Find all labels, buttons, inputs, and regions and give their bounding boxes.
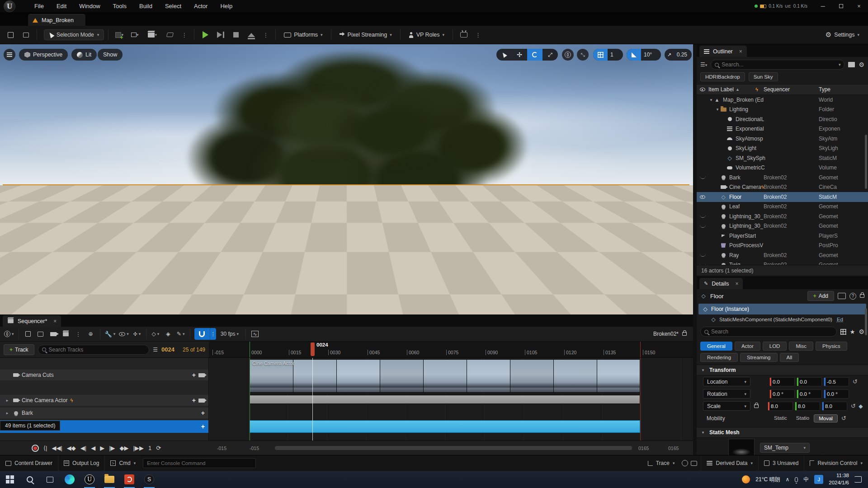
track-camera-button[interactable] — [198, 373, 205, 377]
console-command-input[interactable]: Enter Console Command — [143, 458, 256, 468]
surface-snapping-button[interactable]: ⤡ — [577, 49, 589, 61]
visibility-toggle[interactable] — [697, 195, 708, 199]
cmd-dropdown[interactable]: ≻ Cmd▾ — [105, 455, 141, 471]
outliner-tab[interactable]: Outliner × — [699, 46, 747, 57]
mobility-option-statio[interactable]: Statio — [792, 414, 814, 422]
step-forward-button[interactable]: |▶ — [109, 445, 115, 451]
show-dropdown[interactable]: Show — [98, 49, 123, 61]
rotation-x-field[interactable]: 0.0 ° — [769, 389, 795, 399]
snapping-options-kebab[interactable]: ⋮ — [210, 328, 216, 340]
add-component-button[interactable]: +Add — [807, 291, 834, 301]
capture-overflow-kebab[interactable]: ⋮ — [472, 32, 484, 38]
create-camera-button[interactable] — [47, 328, 59, 340]
s-app-icon[interactable]: S — [139, 471, 159, 488]
component-row[interactable]: ◇ StaticMeshComponent (StaticMeshCompone… — [697, 314, 868, 324]
set-start-button[interactable]: ⟨| — [43, 445, 47, 451]
scale-y-field[interactable]: 8.0 — [795, 402, 820, 411]
instance-row[interactable]: ◇ Floor (Instance) — [698, 304, 866, 314]
world-local-toggle[interactable] — [562, 49, 574, 61]
rotation-z-field[interactable]: 0.0 ° — [824, 389, 849, 399]
outliner-row-lightning-30-[interactable]: Lightning_30_Broken02Geomet — [697, 211, 868, 221]
static-mesh-dropdown[interactable]: SM_Temp▾ — [760, 443, 810, 453]
timeline-scrollbar[interactable] — [275, 446, 632, 450]
visibility-toggle[interactable] — [697, 215, 708, 218]
outliner-filter-button[interactable]: ☰▾ — [700, 61, 707, 68]
sequencer-column[interactable]: Sequencer — [764, 86, 790, 93]
sequence-lock-icon[interactable] — [682, 332, 687, 336]
outliner-filter-chip[interactable]: HDRIBackdrop — [700, 72, 745, 81]
outliner-search-input[interactable]: Search... ▾ — [711, 60, 844, 70]
settings-dropdown[interactable]: ⚙ Settings▾ — [821, 29, 863, 41]
render-options-kebab[interactable]: ⋮ — [73, 331, 84, 338]
scale-z-field[interactable]: 8.0 — [822, 402, 847, 411]
details-close-icon[interactable]: × — [735, 281, 738, 287]
content-drawer-button[interactable]: Content Drawer — [0, 455, 58, 471]
ime-icon[interactable]: J — [814, 475, 823, 484]
start-button[interactable] — [0, 471, 20, 488]
filter-chip-streaming[interactable]: Streaming — [740, 353, 777, 362]
details-scrollbar[interactable] — [865, 308, 867, 335]
edit-mode-dropdown[interactable]: ✎▾ — [175, 328, 187, 340]
search-history-chevron[interactable]: ▾ — [839, 62, 841, 67]
item-label-column[interactable]: Item Label — [708, 86, 734, 93]
scale-reset-button[interactable]: ↺ — [851, 403, 856, 409]
scale-dropdown[interactable]: Scale▾ — [703, 401, 750, 411]
restore-button[interactable] — [832, 0, 850, 12]
selection-mode-dropdown[interactable]: Selection Mode ▾ — [44, 29, 104, 40]
toolbar-overflow-kebab[interactable]: ⋮ — [179, 32, 190, 38]
visibility-toggle[interactable] — [697, 176, 708, 179]
filter-chip-actor[interactable]: Actor — [735, 342, 760, 351]
eject-button[interactable] — [245, 28, 258, 41]
mobility-reset-button[interactable]: ↺ — [841, 415, 846, 422]
add-section-button[interactable]: + — [192, 397, 196, 404]
add-actor-to-sequencer-button[interactable]: ⊕ — [85, 328, 97, 340]
filter-chip-physics[interactable]: Physics — [816, 342, 847, 351]
select-tool-button[interactable] — [496, 49, 512, 61]
play-reverse-button[interactable]: ◀ — [91, 445, 95, 451]
mobility-option-static[interactable]: Static — [769, 414, 792, 422]
output-log-button[interactable]: Output Log — [58, 455, 105, 471]
lock-icon[interactable] — [860, 294, 864, 298]
menu-window[interactable]: Window — [73, 0, 106, 12]
close-button[interactable]: × — [850, 0, 868, 12]
menu-tools[interactable]: Tools — [107, 0, 133, 12]
save-sequence-button[interactable] — [22, 328, 34, 340]
snapping-toggle[interactable] — [194, 328, 210, 340]
revision-control-dropdown[interactable]: Revision Control▾ — [804, 455, 868, 471]
world-options-dropdown[interactable]: ▾ — [3, 328, 15, 340]
perspective-dropdown[interactable]: Perspective — [19, 49, 68, 61]
move-tool-button[interactable]: ✢ — [512, 49, 527, 61]
taskbar-search-button[interactable] — [20, 471, 40, 488]
scale-mesh-icon[interactable]: ◆ — [858, 403, 864, 409]
current-frame-field[interactable]: 0024 — [161, 346, 175, 353]
rotation-snap-value[interactable]: 10° — [641, 52, 656, 58]
step-back-button[interactable]: ◀| — [80, 445, 86, 451]
outliner-row-lighting[interactable]: ▾LightingFolder — [697, 105, 868, 115]
vp-roles-dropdown[interactable]: VP Roles▾ — [405, 30, 448, 40]
range-end-marker[interactable] — [640, 342, 641, 357]
outliner-row-sm-skysph[interactable]: ◇SM_SkySphStaticM — [697, 153, 868, 163]
timeline-track-area[interactable]: Cine Camera Actor — [209, 358, 693, 441]
outliner-filter-chip[interactable]: Sun Sky — [749, 72, 778, 81]
display-options-icon[interactable] — [840, 329, 846, 335]
spawnable-column-icon[interactable]: ϟ — [755, 87, 758, 92]
jump-to-start-button[interactable]: ◀◀| — [52, 445, 62, 451]
menu-build[interactable]: Build — [133, 0, 159, 12]
transform-section-header[interactable]: ▾Transform — [697, 365, 868, 375]
scale-lock-icon[interactable] — [754, 404, 759, 408]
screenshot-icon[interactable] — [691, 461, 697, 466]
jump-to-end-button[interactable]: |▶▶ — [133, 445, 144, 451]
location-z-field[interactable]: -0.5 — [824, 377, 849, 386]
frame-skip-button[interactable] — [214, 28, 227, 41]
edge-icon[interactable] — [60, 471, 80, 488]
trace-dropdown[interactable]: Trace▾ — [642, 455, 680, 471]
content-browser-button[interactable] — [19, 28, 33, 41]
orange-app-icon[interactable] — [119, 471, 139, 488]
auto-key-button[interactable]: ◈ — [162, 328, 174, 340]
menu-help[interactable]: Help — [214, 0, 239, 12]
help-icon[interactable]: ? — [849, 293, 856, 300]
range-start-marker[interactable] — [250, 342, 250, 357]
static-mesh-section-header[interactable]: ▾Static Mesh — [697, 427, 868, 438]
outliner-row-postprocessv[interactable]: PostProcessVPostPro — [697, 241, 868, 251]
outliner-row-leaf[interactable]: LeafBroken02Geomet — [697, 202, 868, 212]
